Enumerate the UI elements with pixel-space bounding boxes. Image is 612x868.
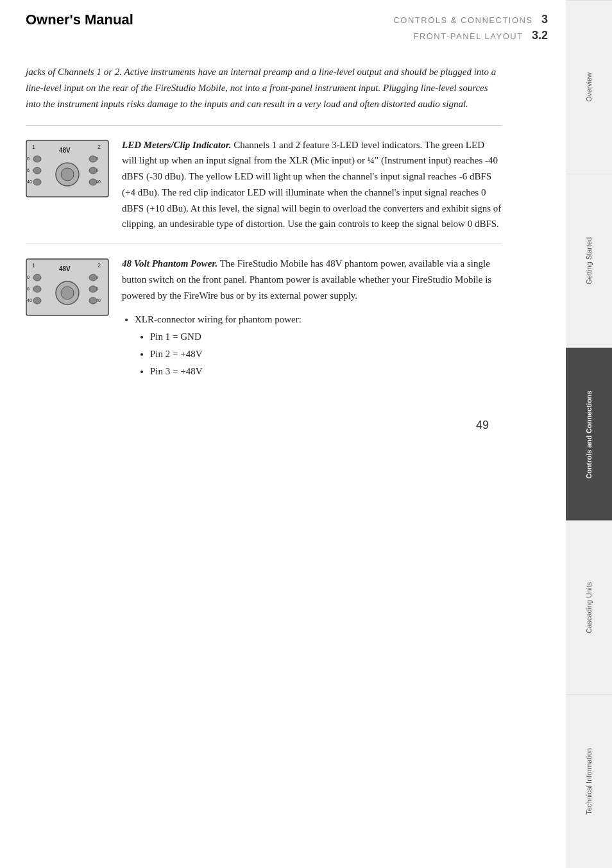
- header-subsection-line: Front-Panel Layout 3.2: [393, 28, 548, 44]
- page-header: Owner's Manual CONTROLS & CONNECTIONS 3 …: [0, 0, 612, 51]
- svg-text:2: 2: [98, 262, 101, 269]
- sub-bullet-pin2: Pin 2 = +48V: [150, 346, 502, 363]
- phantom-power-section: 1 2 48V 0 6 40 0 6 40 48 Volt Phantom Po…: [26, 256, 502, 380]
- svg-point-15: [89, 167, 97, 174]
- phantom-power-bullets: XLR-connector wiring for phantom power: …: [122, 311, 502, 380]
- svg-point-25: [33, 286, 41, 292]
- svg-text:6: 6: [27, 168, 30, 172]
- intro-paragraph: jacks of Channels 1 or 2. Active instrum…: [26, 58, 502, 112]
- svg-point-31: [89, 274, 97, 281]
- svg-point-27: [33, 297, 41, 304]
- svg-text:48V: 48V: [59, 147, 71, 154]
- led-meters-text: LED Meters/Clip Indicator. Channels 1 an…: [122, 137, 502, 233]
- svg-point-23: [33, 274, 41, 281]
- led-meters-body: Channels 1 and 2 feature 3-LED level ind…: [122, 140, 501, 230]
- led-meters-section: 1 2 48V 0 6 40 0 6 40: [26, 137, 502, 233]
- sidebar-tabs: Overview Getting Started Controls and Co…: [566, 0, 612, 868]
- led-meters-title: LED Meters/Clip Indicator.: [122, 140, 231, 150]
- svg-point-7: [33, 167, 41, 174]
- sidebar-tab-controls-connections[interactable]: Controls and Connections: [566, 347, 612, 521]
- svg-point-9: [33, 179, 41, 185]
- main-content: jacks of Channels 1 or 2. Active instrum…: [0, 51, 566, 458]
- sidebar-tab-technical-information-label: Technical Information: [585, 748, 593, 815]
- phantom-power-text: 48 Volt Phantom Power. The FireStudio Mo…: [122, 256, 502, 380]
- divider-1: [26, 125, 502, 126]
- divider-2: [26, 244, 502, 244]
- subsection-num: 3.2: [532, 29, 548, 42]
- sidebar-tab-getting-started-label: Getting Started: [585, 237, 593, 285]
- svg-text:48V: 48V: [59, 265, 71, 272]
- sidebar-tab-technical-information[interactable]: Technical Information: [566, 694, 612, 868]
- sidebar-tab-overview-label: Overview: [585, 72, 593, 102]
- svg-point-13: [89, 156, 97, 162]
- subsection-label: Front-Panel Layout: [413, 31, 523, 41]
- svg-point-29: [61, 287, 74, 299]
- phantom-power-device-image: 1 2 48V 0 6 40 0 6 40: [26, 258, 109, 319]
- header-right: CONTROLS & CONNECTIONS 3 Front-Panel Lay…: [393, 12, 548, 44]
- sub-bullet-pin1: Pin 1 = GND: [150, 328, 502, 346]
- svg-text:2: 2: [98, 144, 101, 150]
- svg-point-17: [89, 179, 97, 185]
- bullet-item-intro: XLR-connector wiring for phantom power:: [135, 311, 502, 328]
- svg-text:6: 6: [27, 287, 30, 291]
- led-meters-device-image: 1 2 48V 0 6 40 0 6 40: [26, 140, 109, 200]
- sidebar-tab-getting-started[interactable]: Getting Started: [566, 174, 612, 347]
- svg-point-33: [89, 286, 97, 292]
- svg-text:0: 0: [27, 156, 30, 161]
- svg-point-5: [33, 156, 41, 162]
- phantom-power-sub-bullets: Pin 1 = GND Pin 2 = +48V Pin 3 = +48V: [135, 328, 502, 380]
- header-section-line: CONTROLS & CONNECTIONS 3: [393, 12, 548, 28]
- svg-text:1: 1: [32, 262, 35, 269]
- svg-text:1: 1: [32, 144, 35, 150]
- svg-text:0: 0: [27, 275, 30, 280]
- sidebar-tab-cascading-units[interactable]: Cascading Units: [566, 521, 612, 694]
- svg-point-11: [61, 168, 74, 181]
- phantom-power-title: 48 Volt Phantom Power.: [122, 258, 217, 269]
- svg-text:40: 40: [27, 179, 32, 184]
- page-number: 49: [26, 419, 502, 432]
- svg-point-35: [89, 297, 97, 304]
- sidebar-tab-overview[interactable]: Overview: [566, 0, 612, 174]
- svg-text:40: 40: [27, 298, 32, 303]
- owner-manual-title: Owner's Manual: [26, 12, 133, 28]
- sidebar-tab-controls-connections-label: Controls and Connections: [585, 390, 593, 479]
- sidebar-tab-cascading-units-label: Cascading Units: [585, 582, 593, 633]
- sub-bullet-pin3: Pin 3 = +48V: [150, 363, 502, 380]
- section-label: CONTROLS & CONNECTIONS: [393, 15, 532, 25]
- section-num: 3: [541, 13, 548, 26]
